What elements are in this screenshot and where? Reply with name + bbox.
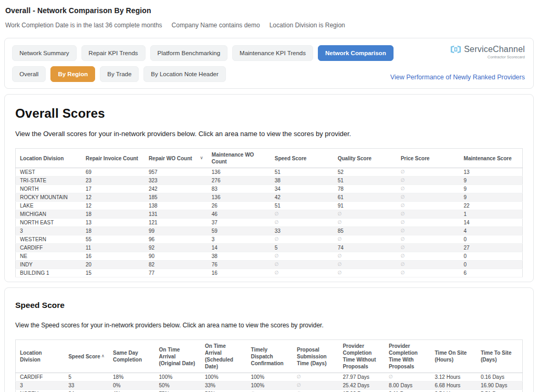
table-cell: 16 xyxy=(208,269,271,277)
brand-name: ServiceChannel xyxy=(464,45,525,54)
column-header-timely-dispatch-confirmation[interactable]: Timely Dispatch Confirmation xyxy=(246,340,292,373)
area-name-link[interactable]: NE xyxy=(16,252,81,261)
area-name-link[interactable]: 3 xyxy=(16,381,65,390)
table-cell: 20 xyxy=(81,261,144,269)
area-name-link[interactable]: CARDIFF xyxy=(16,244,81,252)
column-header-speed-score[interactable]: Speed Score xyxy=(271,149,334,168)
sort-asc-icon: ∧ xyxy=(101,353,105,359)
tab-platform-benchmarking[interactable]: Platform Benchmarking xyxy=(150,45,228,61)
filter-bar: Work Completion Date is in the last 36 c… xyxy=(5,22,533,29)
area-name-link[interactable]: ROCKY MOUNTAIN xyxy=(16,193,81,202)
table-cell: 13 xyxy=(460,168,523,177)
table-cell: 37 xyxy=(208,219,271,227)
table-cell: 9 xyxy=(460,193,523,202)
column-header-maintenance-score[interactable]: Maintenance Score xyxy=(460,149,523,168)
column-header-location-division[interactable]: Location Division xyxy=(16,149,81,168)
tab-by-location-note-header[interactable]: By Location Note Header xyxy=(143,66,226,82)
speed-score-table: Location DivisionSpeed Score∧Same Day Co… xyxy=(15,339,523,392)
column-header-provider-completion-time-without-proposals[interactable]: Provider Completion Time Without Proposa… xyxy=(338,340,384,373)
column-header-proposal-submission-time-days[interactable]: Proposal Submission Time (Days) xyxy=(293,340,338,373)
table-cell: 100% xyxy=(246,381,292,390)
column-header-provider-completion-time-with-proposals[interactable]: Provider Completion Time With Proposals xyxy=(385,340,430,373)
table-cell: ∅ xyxy=(334,219,397,227)
area-name-link[interactable]: CARDIFF xyxy=(16,373,65,381)
table-row: WEST699571365152∅13 xyxy=(16,168,523,177)
table-row: WESTERN55963∅∅∅0 xyxy=(16,235,523,244)
table-cell: 18 xyxy=(81,227,144,235)
column-header-time-on-site-hours[interactable]: Time On Site (Hours) xyxy=(430,340,476,373)
area-name-link[interactable]: MICHIGAN xyxy=(16,210,81,219)
overall-scores-description: View the Overall scores for your in-netw… xyxy=(15,130,523,138)
area-name-link[interactable]: NORTH xyxy=(16,390,65,392)
column-header-quality-score[interactable]: Quality Score xyxy=(334,149,397,168)
table-cell: ∅ xyxy=(397,219,460,227)
area-name-link[interactable]: WEST xyxy=(16,168,81,177)
tab-network-summary[interactable]: Network Summary xyxy=(12,45,77,61)
table-cell: 17.92 Days xyxy=(338,390,384,392)
column-header-repair-invoice-count[interactable]: Repair Invoice Count xyxy=(81,149,144,168)
table-cell: 18% xyxy=(109,373,154,381)
newly-ranked-providers-link[interactable]: View Performance of Newly Ranked Provide… xyxy=(390,74,525,81)
table-cell: ∅ xyxy=(397,202,460,210)
area-name-link[interactable]: BUILDING 1 xyxy=(16,269,81,277)
area-name-link[interactable]: TRI-STATE xyxy=(16,177,81,185)
table-header-row: Location DivisionRepair Invoice CountRep… xyxy=(16,149,523,168)
table-cell: 50% xyxy=(201,390,246,392)
tab-by-trade[interactable]: By Trade xyxy=(100,66,139,82)
area-name-link[interactable]: 3 xyxy=(16,227,81,235)
column-header-repair-wo-count[interactable]: Repair WO Count∨ xyxy=(144,149,208,168)
area-name-link[interactable]: NORTH xyxy=(16,185,81,193)
tab-maintenance-kpi-trends[interactable]: Maintenance KPI Trends xyxy=(232,45,313,61)
table-cell: ∅ xyxy=(271,219,334,227)
tab-network-comparison[interactable]: Network Comparison xyxy=(318,45,394,61)
table-cell: 0% xyxy=(109,381,154,390)
table-cell: 27 xyxy=(460,244,523,252)
table-cell: 78 xyxy=(334,185,397,193)
table-header-row: Location DivisionSpeed Score∧Same Day Co… xyxy=(16,340,523,373)
table-cell: 92 xyxy=(144,244,208,252)
table-cell: 38 xyxy=(208,252,271,261)
column-header-maintenance-wo-count[interactable]: Maintenance WO Count xyxy=(208,149,271,168)
column-header-on-time-arrival-scheduled-date[interactable]: On Time Arrival (Scheduled Date) xyxy=(201,340,246,373)
table-cell: 100% xyxy=(246,373,292,381)
sort-desc-icon: ∨ xyxy=(200,155,203,161)
column-header-location-division[interactable]: Location Division xyxy=(16,340,65,373)
table-cell: 185 xyxy=(144,193,208,202)
area-name-link[interactable]: NORTH EAST xyxy=(16,219,81,227)
column-header-speed-score[interactable]: Speed Score∧ xyxy=(64,340,109,373)
area-name-link[interactable]: INDY xyxy=(16,261,81,269)
column-header-price-score[interactable]: Price Score xyxy=(397,149,460,168)
table-cell: 2.54 Hours xyxy=(430,390,476,392)
table-cell: ∅ xyxy=(334,261,397,269)
table-cell: 33 xyxy=(64,381,109,390)
table-cell: 96 xyxy=(144,235,208,244)
tab-overall[interactable]: Overall xyxy=(12,66,46,82)
table-row: ROCKY MOUNTAIN121851364261∅9 xyxy=(16,193,523,202)
column-header-on-time-arrival-original-date[interactable]: On Time Arrival (Original Date) xyxy=(155,340,201,373)
area-name-link[interactable]: LAKE xyxy=(16,202,81,210)
table-cell: 1 xyxy=(460,210,523,219)
table-cell: 51 xyxy=(271,202,334,210)
area-name-link[interactable]: WESTERN xyxy=(16,235,81,244)
table-cell: 276 xyxy=(208,177,271,185)
column-header-same-day-completion[interactable]: Same Day Completion xyxy=(109,340,154,373)
table-cell: 74 xyxy=(334,244,397,252)
table-cell: ∅ xyxy=(397,269,460,277)
table-cell: ∅ xyxy=(293,390,338,392)
table-cell: 69 xyxy=(81,168,144,177)
table-cell: 4% xyxy=(109,390,154,392)
table-cell: 14 xyxy=(208,244,271,252)
table-cell: ∅ xyxy=(334,210,397,219)
table-cell: 5 xyxy=(271,244,334,252)
table-row: INDY208276∅∅∅0 xyxy=(16,261,523,269)
table-row: MICHIGAN1813146∅∅∅1 xyxy=(16,210,523,219)
speed-score-heading: Speed Score xyxy=(15,301,523,310)
table-cell: ∅ xyxy=(293,373,338,381)
tab-by-region[interactable]: By Region xyxy=(50,66,95,82)
tab-repair-kpi-trends[interactable]: Repair KPI Trends xyxy=(81,45,146,61)
table-cell: 121 xyxy=(144,219,208,227)
table-cell: 9 xyxy=(460,185,523,193)
column-header-time-to-site-days[interactable]: Time To Site (Days) xyxy=(477,340,523,373)
table-cell: ∅ xyxy=(334,252,397,261)
table-row: NORTH EAST1312137∅∅∅14 xyxy=(16,219,523,227)
